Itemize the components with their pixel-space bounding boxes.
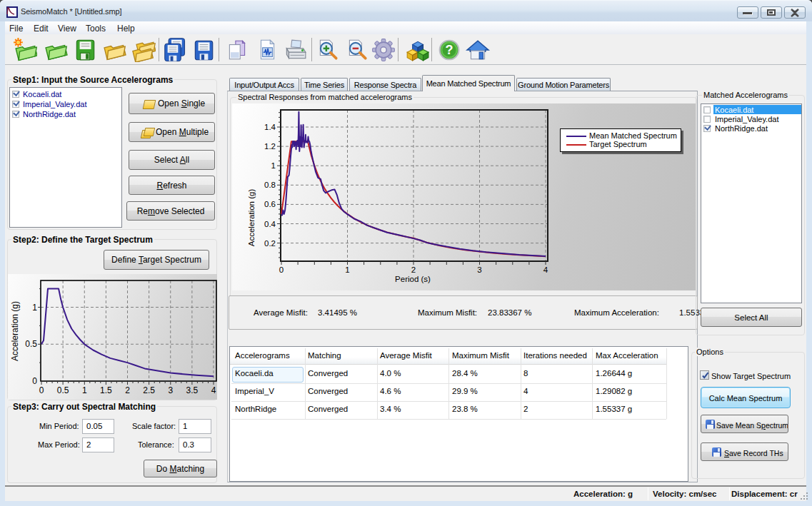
svg-text:1.5: 1.5	[100, 385, 112, 395]
svg-text:1: 1	[345, 265, 349, 274]
svg-text:?: ?	[445, 43, 453, 57]
svg-text:0.4: 0.4	[264, 220, 276, 228]
svg-text:2: 2	[411, 265, 416, 274]
svg-text:1: 1	[82, 385, 87, 395]
svg-text:Acceleration (g): Acceleration (g)	[247, 189, 256, 247]
svg-text:0: 0	[39, 385, 44, 395]
svg-text:0.6: 0.6	[264, 200, 276, 208]
svg-text:0.2: 0.2	[264, 239, 276, 248]
svg-text:2.5: 2.5	[143, 385, 155, 395]
svg-text:3.5: 3.5	[186, 385, 199, 395]
svg-text:0.5: 0.5	[57, 385, 69, 395]
svg-text:1: 1	[271, 161, 276, 170]
svg-text:1.4: 1.4	[264, 123, 276, 131]
svg-text:0: 0	[279, 265, 284, 274]
svg-text:3: 3	[168, 385, 173, 395]
svg-text:1: 1	[32, 303, 37, 313]
svg-text:0: 0	[32, 376, 37, 386]
svg-text:Period (s): Period (s)	[395, 275, 431, 283]
svg-text:2: 2	[125, 385, 130, 395]
svg-text:4: 4	[543, 265, 548, 274]
svg-text:0.5: 0.5	[25, 339, 37, 349]
svg-text:1.2: 1.2	[264, 142, 276, 151]
svg-text:3: 3	[477, 265, 481, 274]
svg-text:4: 4	[211, 385, 216, 395]
svg-text:0.8: 0.8	[264, 181, 276, 189]
svg-text:Acceleration (g): Acceleration (g)	[10, 301, 20, 361]
